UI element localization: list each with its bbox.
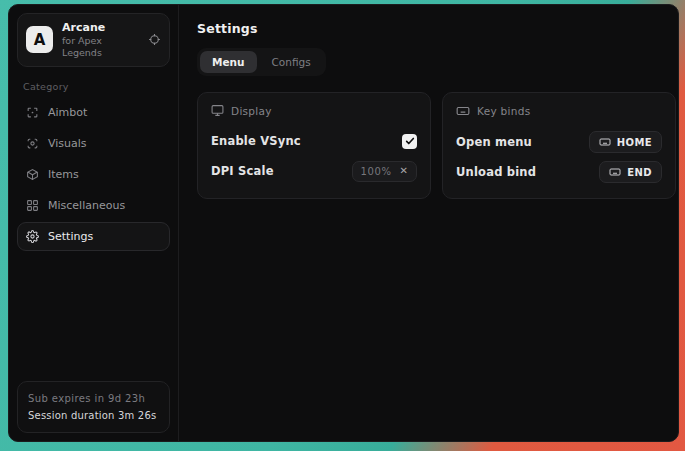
sidebar-item-label: Visuals: [48, 137, 87, 150]
tab-configs[interactable]: Configs: [260, 51, 323, 73]
sidebar-item-label: Items: [48, 168, 79, 181]
keyboard-icon: [609, 166, 621, 178]
settings-cards: Display Enable VSync DPI Scale 100% ✕: [197, 92, 676, 199]
gear-icon: [26, 230, 39, 243]
open-menu-key: HOME: [617, 137, 652, 148]
clear-icon[interactable]: ✕: [400, 166, 408, 176]
dpi-row: DPI Scale 100% ✕: [211, 158, 417, 184]
sidebar-item-label: Miscellaneous: [48, 199, 125, 212]
main-content: Settings Menu Configs Display Enable VSy…: [179, 5, 679, 441]
sidebar-item-visuals[interactable]: Visuals: [17, 129, 170, 158]
dpi-scale-input[interactable]: 100% ✕: [352, 161, 417, 182]
crosshair-target-icon[interactable]: [148, 33, 161, 46]
page-title: Settings: [197, 21, 676, 36]
sidebar-nav: Aimbot Visuals Items: [17, 98, 170, 251]
crosshair-icon: [26, 106, 39, 119]
eye-scan-icon: [26, 137, 39, 150]
brand-name: Arcane: [62, 21, 139, 35]
monitor-icon: [211, 104, 224, 117]
vsync-label: Enable VSync: [211, 134, 301, 148]
app-window: A Arcane for Apex Legends Category: [8, 4, 679, 442]
sidebar-item-settings[interactable]: Settings: [17, 222, 170, 251]
keyboard-icon: [456, 104, 470, 118]
vsync-checkbox[interactable]: [402, 134, 417, 149]
keybinds-card-title: Key binds: [477, 105, 530, 117]
sidebar-item-aimbot[interactable]: Aimbot: [17, 98, 170, 127]
sidebar-spacer: [17, 251, 170, 382]
unload-bind-row: Unload bind END: [456, 159, 662, 185]
sidebar-item-items[interactable]: Items: [17, 160, 170, 189]
open-menu-row: Open menu HOME: [456, 129, 662, 155]
tab-bar: Menu Configs: [197, 48, 326, 76]
vsync-row: Enable VSync: [211, 128, 417, 154]
keybinds-card: Key binds Open menu HOME Unload bind: [442, 92, 676, 199]
tab-menu[interactable]: Menu: [200, 51, 257, 73]
open-menu-label: Open menu: [456, 135, 532, 149]
unload-key: END: [627, 167, 652, 178]
keyboard-icon: [599, 136, 611, 148]
sidebar-item-label: Settings: [48, 230, 93, 243]
sidebar: A Arcane for Apex Legends Category: [9, 5, 179, 441]
category-label: Category: [23, 81, 164, 92]
brand-subtitle: for Apex Legends: [62, 35, 139, 59]
sub-expires-text: Sub expires in 9d 23h: [28, 390, 159, 407]
sidebar-item-label: Aimbot: [48, 106, 87, 119]
unload-keybind-button[interactable]: END: [599, 161, 662, 183]
display-card-header: Display: [211, 104, 417, 117]
display-card: Display Enable VSync DPI Scale 100% ✕: [197, 92, 431, 199]
unload-bind-label: Unload bind: [456, 165, 536, 179]
dpi-scale-value[interactable]: 100%: [361, 166, 392, 177]
session-duration-text: Session duration 3m 26s: [28, 407, 159, 424]
display-card-title: Display: [231, 105, 272, 117]
cube-icon: [26, 168, 39, 181]
dpi-label: DPI Scale: [211, 164, 274, 178]
sidebar-item-miscellaneous[interactable]: Miscellaneous: [17, 191, 170, 220]
brand-text: Arcane for Apex Legends: [62, 21, 139, 59]
brand-logo: A: [26, 26, 53, 53]
session-info-card: Sub expires in 9d 23h Session duration 3…: [17, 381, 170, 433]
keybinds-card-header: Key binds: [456, 104, 662, 118]
grid-icon: [26, 199, 39, 212]
brand-card[interactable]: A Arcane for Apex Legends: [17, 13, 170, 67]
open-menu-keybind-button[interactable]: HOME: [589, 131, 662, 153]
